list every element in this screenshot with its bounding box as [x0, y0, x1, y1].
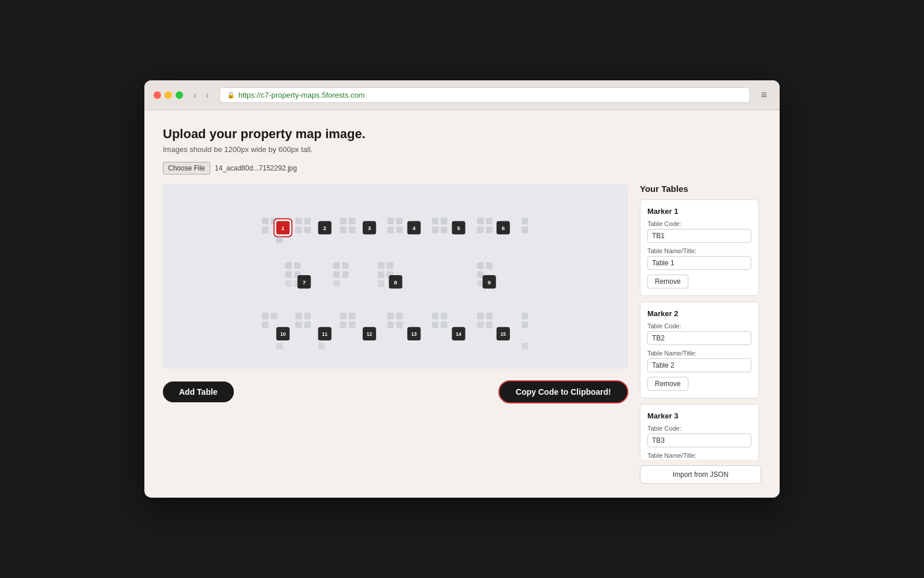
svg-rect-57: [486, 262, 493, 269]
forward-button[interactable]: ›: [202, 89, 212, 102]
svg-rect-46: [333, 262, 340, 269]
svg-rect-48: [333, 271, 340, 278]
marker-2-code-label: Table Code:: [647, 323, 751, 329]
marker-3-code-input[interactable]: [647, 433, 751, 447]
svg-rect-12: [396, 218, 403, 225]
marker-1-name-input[interactable]: [647, 256, 751, 270]
file-input-row: Choose File 14_acad80d...7152292.jpg: [163, 162, 761, 175]
marker-2-title: Marker 2: [647, 309, 751, 318]
page-content: Upload your property map image. Images s…: [144, 110, 780, 498]
svg-text:9: 9: [488, 279, 491, 286]
svg-rect-42: [285, 271, 292, 278]
svg-rect-89: [521, 313, 528, 320]
left-panel: 1 2 3 4 5 6: [163, 184, 628, 484]
svg-rect-73: [340, 313, 346, 320]
svg-rect-66: [262, 313, 269, 320]
import-json-button[interactable]: Import from JSON: [640, 465, 761, 484]
marker-2-code-input[interactable]: [647, 331, 751, 345]
svg-rect-17: [432, 227, 439, 234]
svg-rect-14: [396, 227, 403, 234]
marker-1-code-label: Table Code:: [647, 220, 751, 227]
back-button[interactable]: ‹: [190, 89, 200, 102]
lock-icon: 🔒: [227, 91, 235, 99]
svg-rect-18: [441, 227, 448, 234]
svg-rect-50: [333, 280, 340, 287]
file-name-display: 14_acad80d...7152292.jpg: [215, 164, 297, 172]
marker-1-remove-button[interactable]: Remove: [647, 275, 688, 288]
svg-text:7: 7: [303, 279, 305, 286]
menu-button[interactable]: ≡: [757, 88, 770, 102]
svg-rect-103: [276, 343, 283, 350]
svg-rect-86: [486, 313, 493, 320]
svg-rect-8: [349, 218, 356, 225]
marker-3-title: Marker 3: [647, 412, 751, 420]
svg-rect-85: [477, 313, 484, 320]
svg-text:13: 13: [411, 331, 417, 337]
svg-rect-53: [378, 271, 385, 278]
svg-text:12: 12: [367, 331, 372, 337]
add-table-button[interactable]: Add Table: [163, 381, 234, 402]
svg-rect-0: [262, 218, 269, 225]
svg-text:11: 11: [322, 331, 328, 337]
svg-rect-16: [441, 218, 448, 225]
svg-text:8: 8: [394, 279, 397, 286]
svg-rect-11: [388, 218, 394, 225]
url-text: https://c7-property-maps.5forests.com: [239, 91, 365, 99]
marker-2-name-label: Table Name/Title:: [647, 350, 751, 357]
svg-rect-23: [521, 218, 528, 225]
maximize-button[interactable]: [176, 91, 183, 99]
marker-1-title: Marker 1: [647, 207, 751, 216]
browser-window: ‹ › 🔒 https://c7-property-maps.5forests.…: [144, 80, 780, 498]
svg-rect-67: [271, 313, 278, 320]
svg-rect-19: [477, 218, 484, 225]
svg-rect-6: [304, 227, 311, 234]
browser-chrome: ‹ › 🔒 https://c7-property-maps.5forests.…: [144, 80, 780, 110]
marker-2-name-input[interactable]: [647, 358, 751, 372]
svg-rect-2: [262, 227, 269, 234]
tables-scroll[interactable]: Marker 1 Table Code: Table Name/Title: R…: [640, 199, 761, 460]
svg-rect-80: [396, 321, 403, 328]
svg-text:10: 10: [280, 331, 286, 337]
svg-text:1: 1: [281, 225, 285, 231]
marker-card-1: Marker 1 Table Code: Table Name/Title: R…: [640, 199, 759, 296]
svg-rect-56: [477, 262, 484, 269]
page-title: Upload your property map image.: [163, 127, 761, 142]
svg-rect-70: [304, 313, 311, 320]
marker-2-remove-button[interactable]: Remove: [647, 377, 688, 391]
traffic-lights: [154, 91, 183, 99]
copy-code-button[interactable]: Copy Code to Clipboard!: [498, 380, 628, 403]
svg-rect-72: [304, 321, 311, 328]
svg-rect-10: [349, 227, 356, 234]
svg-text:15: 15: [501, 331, 506, 337]
svg-text:3: 3: [368, 225, 371, 231]
seating-map-svg: 1 2 3 4 5 6: [174, 195, 617, 357]
svg-rect-49: [342, 271, 349, 278]
close-button[interactable]: [154, 91, 161, 99]
svg-rect-15: [432, 218, 439, 225]
svg-rect-79: [388, 321, 394, 328]
svg-rect-55: [378, 280, 385, 287]
svg-rect-75: [340, 321, 346, 328]
svg-rect-3: [295, 218, 302, 225]
svg-rect-39: [276, 236, 283, 243]
svg-rect-24: [521, 227, 528, 234]
choose-file-button[interactable]: Choose File: [163, 162, 210, 175]
address-bar[interactable]: 🔒 https://c7-property-maps.5forests.com: [219, 87, 751, 103]
marker-3-code-label: Table Code:: [647, 425, 751, 432]
right-panel: Your Tables Marker 1 Table Code: Table N…: [640, 184, 761, 484]
svg-rect-7: [340, 218, 346, 225]
svg-rect-69: [295, 313, 302, 320]
svg-rect-78: [396, 313, 403, 320]
marker-1-name-label: Table Name/Title:: [647, 247, 751, 254]
map-container[interactable]: 1 2 3 4 5 6: [163, 184, 628, 369]
svg-rect-105: [521, 343, 528, 350]
svg-rect-9: [340, 227, 346, 234]
minimize-button[interactable]: [165, 91, 172, 99]
svg-rect-5: [295, 227, 302, 234]
marker-1-code-input[interactable]: [647, 229, 751, 243]
svg-rect-51: [378, 262, 385, 269]
svg-rect-41: [294, 262, 301, 269]
svg-rect-83: [432, 321, 439, 328]
svg-rect-21: [477, 227, 484, 234]
svg-rect-74: [349, 313, 356, 320]
